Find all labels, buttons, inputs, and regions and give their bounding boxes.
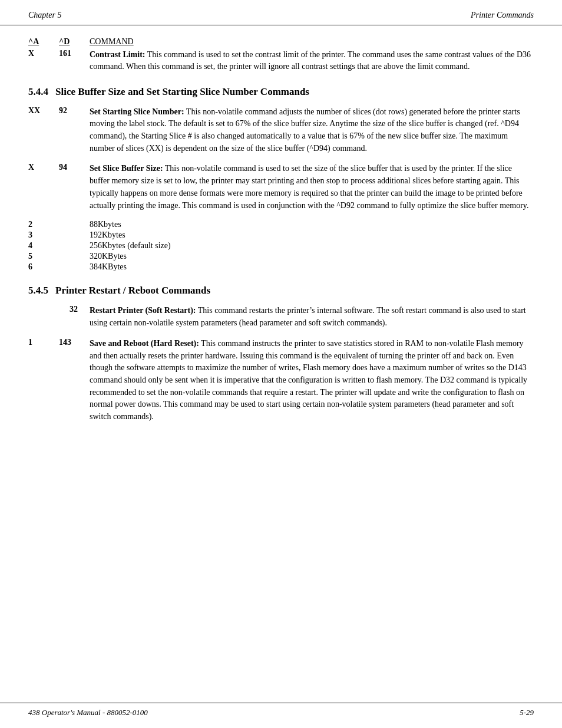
value-item-2: 2 88Kbytes <box>28 220 534 229</box>
col-a-header: ^A <box>28 37 59 47</box>
entry-1-143: 1 143 Save and Reboot (Hard Reset): This… <box>28 338 534 423</box>
entry-xx-92-col2: 92 <box>59 106 90 116</box>
section-545-title: Printer Restart / Reboot Commands <box>55 285 210 297</box>
value-desc-2: 88Kbytes <box>90 220 121 229</box>
section-545-heading: 5.4.5 Printer Restart / Reboot Commands <box>28 285 534 297</box>
value-item-4: 4 256Kbytes (default size) <box>28 241 534 251</box>
value-key-4: 4 <box>28 241 59 251</box>
value-desc-4: 256Kbytes (default size) <box>90 241 171 251</box>
page-footer: 438 Operator's Manual - 880052-0100 5-29 <box>0 703 562 728</box>
col-cmd-header: COMMAND <box>90 37 534 47</box>
top-cmd-col-d: 161 <box>59 49 90 58</box>
entry-x-94-col1: X <box>28 163 59 172</box>
value-key-3: 3 <box>28 230 59 240</box>
top-cmd-title: Contrast Limit: <box>90 50 146 59</box>
entry-32: 32 Restart Printer (Soft Restart): This … <box>28 305 534 329</box>
section-544-heading: 5.4.4 Slice Buffer Size and Set Starting… <box>28 86 534 98</box>
value-key-2: 2 <box>28 220 59 229</box>
entry-x-94: X 94 Set Slice Buffer Size: This non-vol… <box>28 163 534 212</box>
entry-1-143-title: Save and Reboot (Hard Reset): <box>90 339 199 348</box>
entry-32-title: Restart Printer (Soft Restart): <box>90 306 196 315</box>
entry-1-143-col1: 1 <box>28 338 59 347</box>
entry-x-94-body: Set Slice Buffer Size: This non-volatile… <box>90 163 534 212</box>
value-desc-5: 320KBytes <box>90 252 127 261</box>
page-content: ^A ^D COMMAND X 161 Contrast Limit: This… <box>0 25 562 703</box>
footer-right: 5-29 <box>520 708 534 717</box>
header-section: Printer Commands <box>471 11 534 20</box>
footer-left: 438 Operator's Manual - 880052-0100 <box>28 708 148 717</box>
entry-xx-92-body: Set Starting Slice Number: This non-vola… <box>90 106 534 155</box>
entry-1-143-text: This command instructs the printer to sa… <box>90 339 527 421</box>
value-item-3: 3 192Kbytes <box>28 230 534 240</box>
entry-1-143-col2: 143 <box>59 338 90 347</box>
section-544-num: 5.4.4 <box>28 86 48 98</box>
top-cmd-col-a: X <box>28 49 59 58</box>
page-header: Chapter 5 Printer Commands <box>0 0 562 25</box>
top-cmd-row: X 161 Contrast Limit: This command is us… <box>28 49 534 73</box>
entry-x-94-title: Set Slice Buffer Size: <box>90 164 163 173</box>
entry-xx-92: XX 92 Set Starting Slice Number: This no… <box>28 106 534 155</box>
value-list: 2 88Kbytes 3 192Kbytes 4 256Kbytes (defa… <box>28 220 534 272</box>
entry-x-94-col2: 94 <box>59 163 90 172</box>
section-545-num: 5.4.5 <box>28 285 48 297</box>
header-chapter: Chapter 5 <box>28 11 61 20</box>
cmd-table-header: ^A ^D COMMAND <box>28 37 534 47</box>
top-cmd-text: Contrast Limit: This command is used to … <box>90 49 534 73</box>
value-key-5: 5 <box>28 252 59 261</box>
value-item-5: 5 320KBytes <box>28 252 534 261</box>
entry-1-143-body: Save and Reboot (Hard Reset): This comma… <box>90 338 534 423</box>
entry-32-body: Restart Printer (Soft Restart): This com… <box>90 305 534 329</box>
entry-xx-92-title: Set Starting Slice Number: <box>90 107 184 116</box>
top-cmd-body: This command is used to set the contrast… <box>90 50 531 71</box>
col-d-header: ^D <box>59 37 90 47</box>
value-key-6: 6 <box>28 262 59 272</box>
section-544-title: Slice Buffer Size and Set Starting Slice… <box>55 86 309 98</box>
entry-xx-92-col1: XX <box>28 106 59 116</box>
entry-32-num: 32 <box>28 305 90 314</box>
value-desc-3: 192Kbytes <box>90 230 125 240</box>
page: Chapter 5 Printer Commands ^A ^D COMMAND… <box>0 0 562 728</box>
value-desc-6: 384KBytes <box>90 262 127 272</box>
value-item-6: 6 384KBytes <box>28 262 534 272</box>
